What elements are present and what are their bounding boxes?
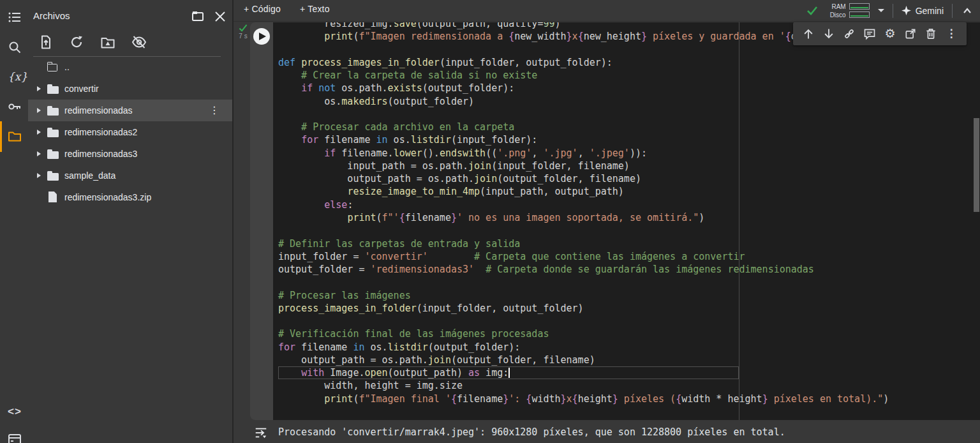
- ram-label: RAM: [827, 3, 846, 10]
- code-line[interactable]: [278, 224, 980, 237]
- code-line[interactable]: # Definir las carpetas de entrada y sali…: [278, 237, 980, 250]
- saved-check-icon: [806, 4, 819, 17]
- folder-icon: [47, 148, 59, 160]
- execution-time: 7 s: [236, 33, 250, 40]
- file-icon: [48, 191, 57, 203]
- files-panel-title: Archivos: [33, 10, 70, 21]
- resources-dropdown-icon[interactable]: [878, 9, 884, 12]
- expand-arrow-icon[interactable]: [37, 173, 41, 178]
- code-line[interactable]: input_path = os.path.join(input_folder, …: [278, 160, 980, 172]
- tree-item-sample-data[interactable]: sample_data: [28, 165, 232, 186]
- files-panel: Archivos ..convertirredimensionadas⋮re: [28, 0, 232, 443]
- expand-arrow-icon[interactable]: [37, 151, 41, 156]
- code-line[interactable]: with Image.open(output_path) as img:: [278, 366, 739, 379]
- tree-item-label: ..: [64, 62, 70, 72]
- tree-item-[interactable]: ..: [28, 56, 232, 78]
- code-line[interactable]: [278, 276, 980, 289]
- code-line[interactable]: output_path = os.path.join(output_folder…: [278, 172, 980, 185]
- left-icon-rail: {x} <>: [0, 0, 28, 443]
- open-in-tab-icon[interactable]: [904, 27, 917, 40]
- disk-usage-bar: [849, 11, 870, 18]
- tree-item-label: sample_data: [64, 170, 115, 181]
- code-line[interactable]: if filename.lower().endswith(('.png', '.…: [278, 147, 980, 160]
- cell-output: Procesando 'convertir/marrak4.jpeg': 960…: [234, 421, 980, 443]
- toolbar-divider: [893, 4, 893, 18]
- tree-item-redimensionadas3[interactable]: redimensionadas3: [28, 143, 232, 165]
- upload-file-icon[interactable]: [38, 34, 54, 50]
- disk-label: Disco: [827, 11, 846, 19]
- copy-link-icon[interactable]: [843, 27, 856, 40]
- collapse-toolbar-icon[interactable]: [961, 4, 974, 17]
- tree-item-redimensionadas2[interactable]: redimensionadas2: [28, 121, 232, 143]
- code-line[interactable]: print(f"Imagen final '{filename}': {widt…: [278, 393, 980, 405]
- panel-divider[interactable]: [232, 0, 234, 443]
- cell-gutter: [250, 22, 273, 420]
- output-stream-icon: [254, 426, 268, 440]
- code-line[interactable]: os.makedirs(output_folder): [278, 95, 980, 108]
- resources-gauge[interactable]: RAM Disco: [827, 3, 870, 19]
- add-text-button[interactable]: + Texto: [300, 4, 330, 14]
- terminal-icon[interactable]: [8, 433, 22, 443]
- folder-icon: [47, 83, 59, 94]
- notebook-toolbar: + Código + Texto RAM Disco: [234, 0, 980, 22]
- delete-cell-icon[interactable]: [924, 27, 937, 40]
- code-line[interactable]: for filename in os.listdir(input_folder)…: [278, 133, 980, 146]
- comment-icon[interactable]: [863, 27, 876, 40]
- folder-icon: [47, 170, 59, 181]
- run-cell-button[interactable]: [253, 28, 270, 45]
- code-line[interactable]: resize_image_to_min_4mp(input_path, outp…: [278, 185, 980, 198]
- code-line[interactable]: for filename in os.listdir(output_folder…: [278, 341, 980, 354]
- code-line[interactable]: width, height = img.size: [278, 379, 980, 392]
- play-icon: [259, 33, 266, 40]
- expand-arrow-icon[interactable]: [37, 86, 41, 91]
- code-line[interactable]: output_path = os.path.join(output_folder…: [278, 354, 980, 366]
- variables-icon[interactable]: {x}: [8, 70, 22, 84]
- code-line[interactable]: # Procesar las imágenes: [278, 289, 980, 302]
- gemini-spark-icon: [902, 6, 911, 15]
- output-text: Procesando 'convertir/marrak4.jpeg': 960…: [278, 426, 785, 438]
- code-line[interactable]: [278, 108, 980, 121]
- code-line[interactable]: output_folder = 'redimensionadas3' # Car…: [278, 263, 980, 276]
- cell-settings-gear-icon[interactable]: ⚙: [884, 27, 896, 40]
- code-cell: resized_img.save(output_path, quality=99…: [250, 22, 980, 420]
- hidden-files-eye-off-icon[interactable]: [131, 34, 147, 50]
- secrets-key-icon[interactable]: [8, 100, 22, 114]
- item-menu-icon[interactable]: ⋮: [209, 104, 219, 117]
- tree-item-redimensionadas[interactable]: redimensionadas⋮: [28, 100, 232, 121]
- code-line[interactable]: [278, 315, 980, 327]
- code-line[interactable]: print(f"'{filename}' no es una imagen so…: [278, 211, 980, 224]
- more-options-icon[interactable]: ⋮: [945, 27, 958, 40]
- refresh-icon[interactable]: [69, 34, 84, 50]
- code-line[interactable]: else:: [278, 199, 980, 211]
- colab-notebook-app: {x} <> Archivos: [0, 0, 980, 443]
- code-line[interactable]: process_images_in_folder(input_folder, o…: [278, 302, 980, 315]
- expand-arrow-icon[interactable]: [37, 130, 41, 135]
- add-code-button[interactable]: + Código: [244, 4, 281, 14]
- table-of-contents-icon[interactable]: [8, 10, 22, 24]
- code-line[interactable]: def process_images_in_folder(input_folde…: [278, 56, 980, 69]
- code-line[interactable]: # Procesar cada archivo en la carpeta: [278, 121, 980, 133]
- code-line[interactable]: # Crear la carpeta de salida si no exist…: [278, 69, 980, 82]
- notebook-area: + Código + Texto RAM Disco: [234, 0, 980, 443]
- gemini-button[interactable]: Gemini: [902, 6, 944, 16]
- tree-item-redimensionadas3-zip[interactable]: redimensionadas3.zip: [28, 186, 232, 208]
- tree-item-convertir[interactable]: convertir: [28, 78, 232, 100]
- popout-panel-icon[interactable]: [190, 9, 205, 24]
- code-snippets-icon[interactable]: <>: [8, 405, 22, 419]
- file-tree: ..convertirredimensionadas⋮redimensionad…: [28, 56, 232, 208]
- move-cell-down-icon[interactable]: [822, 27, 835, 40]
- tree-item-label: redimensionadas3: [64, 149, 137, 159]
- close-panel-icon[interactable]: [212, 9, 228, 24]
- active-panel-indicator: [0, 121, 2, 152]
- code-line[interactable]: input_folder = 'convertir' # Carpeta que…: [278, 250, 980, 263]
- mount-drive-icon[interactable]: [100, 34, 115, 50]
- gemini-label: Gemini: [916, 6, 944, 16]
- code-editor[interactable]: resized_img.save(output_path, quality=99…: [273, 22, 980, 420]
- tree-item-label: redimensionadas3.zip: [64, 192, 151, 202]
- expand-arrow-icon[interactable]: [37, 108, 41, 113]
- files-folder-icon[interactable]: [8, 129, 22, 143]
- code-line[interactable]: # Verificación final de las imágenes pro…: [278, 327, 980, 340]
- code-line[interactable]: if not os.path.exists(output_folder):: [278, 82, 980, 94]
- search-icon[interactable]: [8, 40, 22, 54]
- move-cell-up-icon[interactable]: [802, 27, 815, 40]
